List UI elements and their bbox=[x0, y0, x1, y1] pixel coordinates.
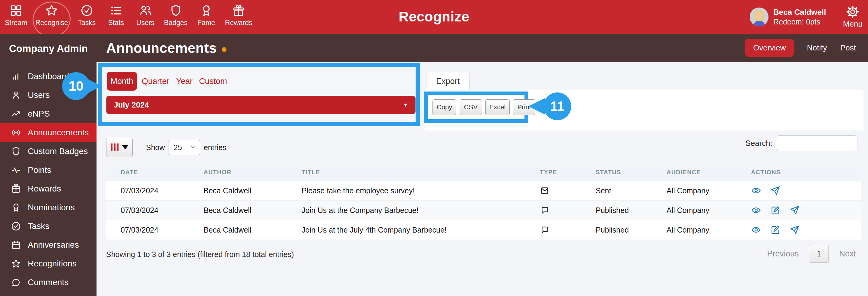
show-label: Show bbox=[146, 143, 165, 152]
cell-status: Published bbox=[581, 200, 652, 220]
top-nav-items: Stream Recognise Tasks Stats Users B bbox=[5, 0, 252, 38]
sidebar-item-label: Nominations bbox=[28, 203, 75, 212]
orange-dot-icon bbox=[222, 47, 226, 52]
recognize-logo: Recognize bbox=[399, 8, 470, 25]
sidebar-item-label: Custom Badges bbox=[28, 146, 88, 156]
tab-year[interactable]: Year bbox=[176, 72, 193, 90]
sidebar-item-anniversaries[interactable]: Anniversaries bbox=[0, 236, 96, 254]
nav-item-recognise[interactable]: Recognise bbox=[35, 4, 68, 27]
nav-item-badges[interactable]: Badges bbox=[164, 4, 188, 27]
callout-step-11: 11 bbox=[544, 92, 571, 120]
cell-status: Sent bbox=[581, 181, 652, 200]
nav-item-rewards[interactable]: Rewards bbox=[225, 4, 252, 27]
sidebar-item-nominations[interactable]: Nominations bbox=[0, 198, 96, 217]
csv-button[interactable]: CSV bbox=[460, 99, 482, 115]
shield-icon bbox=[11, 146, 21, 157]
edit-icon[interactable] bbox=[770, 205, 780, 215]
search-input[interactable] bbox=[776, 135, 858, 151]
export-buttons-highlight: Copy CSV Excel Print bbox=[424, 91, 528, 123]
table-row: 07/03/2024 Beca Caldwell Join Us at the … bbox=[106, 220, 861, 240]
sidebar: Company Admin Dashboard Users eNPS Annou… bbox=[0, 34, 96, 296]
caret-down-icon bbox=[122, 145, 128, 150]
table-controls: Show 25 entries bbox=[106, 137, 226, 157]
tab-custom[interactable]: Custom bbox=[199, 72, 227, 90]
user-area: Beca Caldwell Redeem: 0pts Menu bbox=[750, 0, 863, 34]
column-header-type[interactable]: Type bbox=[525, 164, 581, 181]
user-name: Beca Caldwell bbox=[773, 7, 826, 17]
search-area: Search: bbox=[745, 135, 858, 151]
sidebar-item-label: Recognitions bbox=[28, 259, 76, 269]
view-icon[interactable] bbox=[751, 205, 761, 215]
sidebar-item-announcements[interactable]: Announcements bbox=[0, 123, 96, 142]
table-row: 07/03/2024 Beca Caldwell Please take the… bbox=[106, 181, 861, 200]
post-button[interactable]: Post bbox=[840, 43, 856, 53]
page-size-select[interactable]: 25 bbox=[168, 140, 200, 155]
star-icon bbox=[45, 4, 58, 17]
sidebar-item-comments[interactable]: Comments bbox=[0, 273, 96, 292]
cell-date: 07/03/2024 bbox=[106, 200, 189, 220]
copy-button[interactable]: Copy bbox=[433, 99, 456, 115]
column-header-author[interactable]: Author bbox=[189, 164, 287, 181]
menu-button[interactable]: Menu bbox=[843, 5, 863, 29]
nav-item-tasks[interactable]: Tasks bbox=[76, 4, 97, 27]
cell-author: Beca Caldwell bbox=[189, 220, 287, 240]
nav-label: Badges bbox=[164, 19, 188, 27]
sidebar-item-label: Users bbox=[28, 90, 50, 100]
callout-number: 11 bbox=[550, 99, 565, 114]
sidebar-item-tasks[interactable]: Tasks bbox=[0, 217, 96, 236]
user-info[interactable]: Beca Caldwell Redeem: 0pts bbox=[773, 7, 826, 27]
view-icon[interactable] bbox=[751, 185, 761, 196]
nav-item-users[interactable]: Users bbox=[135, 4, 156, 27]
page-size-value: 25 bbox=[174, 143, 182, 152]
column-visibility-button[interactable] bbox=[106, 138, 133, 157]
avatar[interactable] bbox=[750, 7, 769, 26]
cell-date: 07/03/2024 bbox=[106, 220, 189, 240]
period-dropdown[interactable]: July 2024 ▼ bbox=[106, 96, 415, 114]
page-number-button[interactable]: 1 bbox=[809, 245, 829, 263]
cell-date: 07/03/2024 bbox=[106, 181, 189, 200]
send-icon[interactable] bbox=[770, 185, 780, 196]
excel-button[interactable]: Excel bbox=[485, 99, 510, 115]
callout-11-tail bbox=[528, 98, 545, 115]
tab-month[interactable]: Month bbox=[107, 72, 137, 90]
column-header-status[interactable]: Status bbox=[581, 164, 652, 181]
cell-title: Join Us at the July 4th Company Barbecue… bbox=[287, 220, 525, 240]
grid-icon bbox=[9, 4, 23, 17]
export-tab-label: Export bbox=[436, 77, 460, 86]
send-icon[interactable] bbox=[789, 225, 800, 235]
nav-item-stream[interactable]: Stream bbox=[5, 4, 27, 27]
mail-icon bbox=[540, 186, 550, 195]
column-header-audience[interactable]: Audience bbox=[652, 164, 737, 181]
sidebar-item-rewards[interactable]: Rewards bbox=[0, 180, 96, 198]
column-header-date[interactable]: Date bbox=[106, 164, 189, 181]
tab-export[interactable]: Export bbox=[426, 72, 470, 90]
chat-bubble-icon bbox=[540, 225, 550, 235]
overview-button[interactable]: Overview bbox=[745, 39, 794, 57]
view-icon[interactable] bbox=[751, 225, 761, 235]
sidebar-item-recognitions[interactable]: Recognitions bbox=[0, 254, 96, 273]
nav-item-stats[interactable]: Stats bbox=[105, 4, 127, 27]
sidebar-item-label: Tasks bbox=[28, 221, 50, 231]
tab-quarter[interactable]: Quarter bbox=[142, 72, 169, 90]
column-header-actions[interactable]: Actions bbox=[737, 164, 861, 181]
calendar-icon bbox=[11, 240, 21, 250]
notify-button[interactable]: Notify bbox=[807, 43, 827, 53]
users-icon bbox=[139, 4, 152, 17]
edit-icon[interactable] bbox=[770, 225, 780, 235]
cell-audience: All Company bbox=[652, 200, 737, 220]
chat-icon bbox=[11, 277, 21, 288]
bar-chart-icon bbox=[11, 71, 21, 82]
sidebar-item-custom-badges[interactable]: Custom Badges bbox=[0, 142, 96, 161]
header-actions: Overview Notify Post bbox=[745, 34, 856, 62]
send-icon[interactable] bbox=[789, 205, 800, 215]
previous-page-button[interactable]: Previous bbox=[767, 249, 799, 259]
next-page-button[interactable]: Next bbox=[839, 249, 856, 259]
nav-label: Stats bbox=[108, 19, 124, 27]
sidebar-item-enps[interactable]: eNPS bbox=[0, 105, 96, 123]
sidebar-item-points[interactable]: Points bbox=[0, 161, 96, 180]
column-header-title[interactable]: Title bbox=[287, 164, 525, 181]
nav-label: Stream bbox=[5, 19, 27, 27]
callout-step-10: 10 bbox=[62, 72, 90, 100]
sidebar-item-label: Comments bbox=[28, 277, 68, 287]
nav-item-fame[interactable]: Fame bbox=[196, 4, 217, 27]
